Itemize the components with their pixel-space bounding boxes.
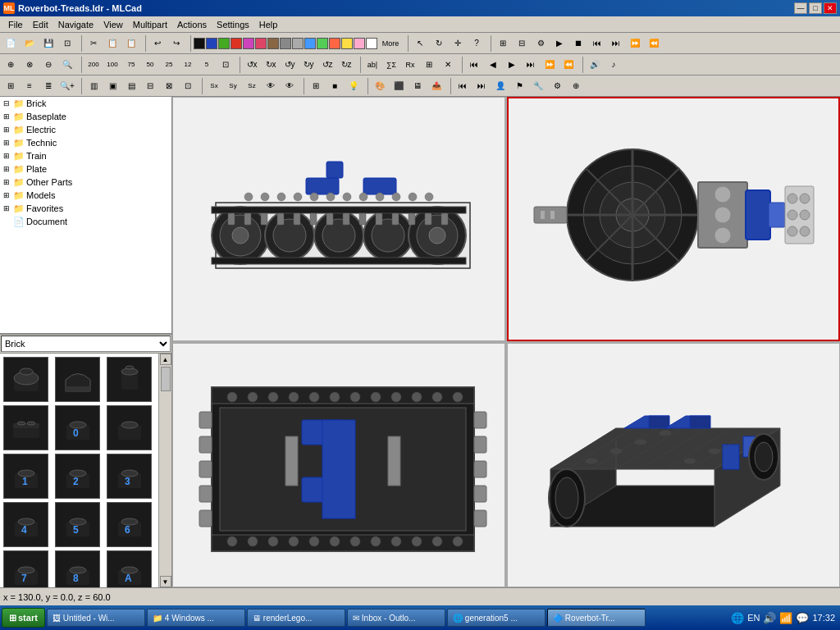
cut-button[interactable]: ✂ [84,34,103,52]
cursor-button[interactable]: ↖ [411,34,429,52]
move-button[interactable]: ✛ [449,34,467,52]
view-3d-button[interactable]: ⊡ [179,77,197,95]
taskbar-inbox[interactable]: ✉ Inbox - Outlo... [347,609,445,627]
save-button[interactable]: 💾 [39,34,57,52]
insert-button[interactable]: ⊞ [420,56,438,74]
part-1x1-0[interactable]: 0 [55,405,100,450]
rot-x-cw-button[interactable]: ↻x [262,56,280,74]
step-back-button[interactable]: ⏮ [454,77,472,95]
zoom-75-button[interactable]: 75 [122,56,140,74]
redo-button[interactable]: ↪ [167,34,185,52]
zoom-fit-button[interactable]: ⊡ [217,56,235,74]
tray-icon-1[interactable]: 🌐 [731,612,744,624]
part-1x1-5[interactable]: 5 [55,502,100,547]
rot-x-ccw-button[interactable]: ↺x [243,56,261,74]
taskbar-renderlego[interactable]: 🖥 renderLego... [247,609,345,627]
color-picker-button[interactable]: 🎨 [371,77,389,95]
view-back-button[interactable]: ⊟ [141,77,159,95]
hide-button[interactable]: 👁 [262,77,280,95]
invert-sel-button[interactable]: ⊖ [39,56,57,74]
part-round-top[interactable] [3,357,48,402]
zoom-200-button[interactable]: 200 [84,56,103,74]
part-1x1-4[interactable]: 4 [3,502,48,547]
export-button[interactable]: 📤 [427,77,445,95]
extra1-button[interactable]: ⚙ [548,77,566,95]
play-button[interactable]: ▶ [550,34,568,52]
fast-forward-button[interactable]: ⏩ [626,34,644,52]
parts-tree[interactable]: ⊟ 📁 Brick ⊞ 📁 Baseplate ⊞ 📁 Electric ⊞ 📁… [0,97,171,333]
taskbar-generation5[interactable]: 🌐 generation5 ... [447,609,546,627]
copy-button[interactable]: 📋 [103,34,121,52]
zoom-in-tb-button[interactable]: 🔍+ [58,77,76,95]
open-button[interactable]: 📂 [21,34,39,52]
tree-item-other-parts[interactable]: ⊞ 📁 Other Parts [0,176,171,189]
zoom-in-button[interactable]: 🔍 [58,56,76,74]
solid-button[interactable]: ■ [326,77,344,95]
snap-x-button[interactable]: Sx [205,77,223,95]
viewport-front[interactable] [172,97,505,341]
help-cursor-button[interactable]: ? [468,34,486,52]
menu-navigate[interactable]: Navigate [53,19,98,30]
extra2-button[interactable]: ⊕ [567,77,585,95]
view3-button[interactable]: ▶ [503,56,521,74]
taskbar-roverbot[interactable]: 🔷 Roverbot-Tr... [547,609,646,627]
part-arch[interactable] [55,357,100,402]
view6-button[interactable]: ⏪ [559,56,578,74]
menu-settings[interactable]: Settings [212,19,254,30]
stop-button[interactable]: ⏹ [569,34,587,52]
speaker-button[interactable]: 🔊 [586,56,604,74]
part-1x1-6[interactable]: 6 [107,502,152,547]
part-1x1-7[interactable]: 7 [3,550,48,587]
person-button[interactable]: 👤 [491,77,509,95]
grid-button[interactable]: ⊟ [513,34,531,52]
delete-button[interactable]: ✕ [439,56,457,74]
flag-button[interactable]: ⚑ [510,77,528,95]
rot-y-ccw-button[interactable]: ↺y [281,56,299,74]
tree-item-favorites[interactable]: ⊞ 📁 Favorites [0,202,171,215]
step-fwd-button[interactable]: ⏭ [472,77,491,95]
zoom-50-button[interactable]: 50 [141,56,159,74]
func-button[interactable]: Rx [401,56,419,74]
snap-button[interactable]: ⊞ [494,34,512,52]
unhide-button[interactable]: 👁 [281,77,299,95]
tray-icon-4[interactable]: 💬 [796,612,809,624]
menu-actions[interactable]: Actions [172,19,212,30]
tray-icon-2[interactable]: 🔊 [763,612,776,624]
tool-button[interactable]: 🔧 [529,77,547,95]
color-light-green[interactable] [317,38,328,49]
color-white[interactable] [366,38,377,49]
scroll-thumb[interactable] [161,367,171,391]
part-1x1-2[interactable]: 2 [55,454,100,499]
tree-item-document[interactable]: 📄 Document [0,215,171,228]
prev-button[interactable]: ⏮ [588,34,606,52]
rot-y-cw-button[interactable]: ↻y [299,56,317,74]
text-button[interactable]: ab| [363,56,381,74]
view-top-button[interactable]: ▣ [103,77,121,95]
viewport-3d[interactable] [507,343,840,587]
parts-category-dropdown[interactable]: Brick Baseplate Electric Technic Plate [1,336,171,352]
scroll-down-arrow[interactable]: ▼ [160,576,171,587]
select-all-button[interactable]: ⊕ [2,56,20,74]
part-1x1-a[interactable]: A [107,550,152,587]
zoom-25-button[interactable]: 25 [160,56,178,74]
color-yellow[interactable] [341,38,353,49]
color-black[interactable] [194,38,205,49]
menu-help[interactable]: Help [254,19,283,30]
view4-button[interactable]: ⏭ [522,56,540,74]
tree-item-electric[interactable]: ⊞ 📁 Electric [0,123,171,136]
color-orange[interactable] [329,38,340,49]
tree-item-plate[interactable]: ⊞ 📁 Plate [0,162,171,176]
snap-z-button[interactable]: Sz [243,77,261,95]
color-purple[interactable] [243,38,254,49]
scroll-up-arrow[interactable]: ▲ [160,354,171,365]
symbol-button[interactable]: ∑Σ [382,56,400,74]
viewport-bottom[interactable] [172,343,505,587]
start-button[interactable]: ⊞ start [2,608,45,628]
view-bottom-button[interactable]: ⊠ [160,77,178,95]
tree-item-baseplate[interactable]: ⊞ 📁 Baseplate [0,110,171,123]
color-red[interactable] [231,38,242,49]
material-button[interactable]: ⬛ [390,77,408,95]
menu-edit[interactable]: Edit [28,19,53,30]
tree-item-train[interactable]: ⊞ 📁 Train [0,149,171,162]
view1-button[interactable]: ⏮ [465,56,483,74]
